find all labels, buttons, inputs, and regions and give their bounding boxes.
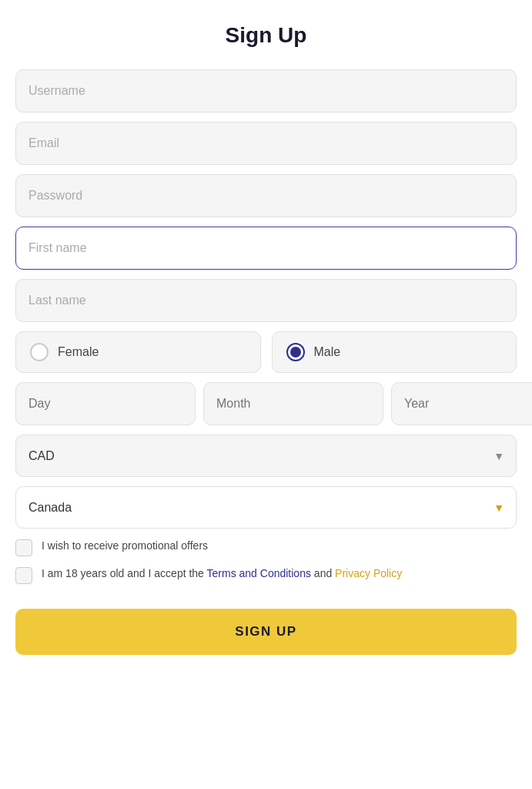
password-group [15, 174, 517, 217]
lastname-input[interactable] [15, 279, 517, 322]
female-radio [30, 343, 49, 361]
promo-checkbox[interactable] [15, 539, 32, 556]
terms-prefix: I am 18 years old and I accept the [42, 567, 207, 579]
month-input[interactable] [203, 382, 383, 425]
male-label: Male [314, 345, 341, 359]
page-container: Sign Up Female Male CAD USD EUR [0, 0, 532, 686]
currency-wrapper: CAD USD EUR GBP ▼ [15, 435, 517, 477]
gender-female-option[interactable]: Female [15, 331, 261, 373]
terms-link[interactable]: Terms and Conditions [207, 567, 311, 579]
username-input[interactable] [15, 69, 517, 112]
terms-checkbox[interactable] [15, 567, 32, 584]
terms-middle: and [311, 567, 335, 579]
terms-checkbox-group: I am 18 years old and I accept the Terms… [15, 566, 517, 584]
terms-label: I am 18 years old and I accept the Terms… [42, 566, 402, 582]
year-input[interactable] [391, 382, 532, 425]
male-radio [286, 343, 305, 361]
email-input[interactable] [15, 122, 517, 165]
dob-row [15, 382, 517, 425]
firstname-input[interactable] [15, 227, 517, 270]
username-group [15, 69, 517, 112]
signup-button[interactable]: SIGN UP [15, 609, 517, 655]
gender-male-option[interactable]: Male [272, 331, 517, 373]
page-title: Sign Up [15, 23, 517, 48]
day-input[interactable] [15, 382, 196, 425]
gender-row: Female Male [15, 331, 517, 373]
promo-checkbox-group: I wish to receive promotional offers [15, 538, 517, 556]
email-group [15, 122, 517, 165]
firstname-group [15, 227, 517, 270]
country-select[interactable]: Canada United States United Kingdom Aust… [15, 486, 517, 529]
female-label: Female [58, 345, 99, 359]
privacy-link[interactable]: Privacy Policy [335, 567, 402, 579]
country-wrapper: Canada United States United Kingdom Aust… [15, 486, 517, 529]
promo-label: I wish to receive promotional offers [42, 538, 208, 554]
lastname-group [15, 279, 517, 322]
currency-select[interactable]: CAD USD EUR GBP [15, 435, 517, 477]
password-input[interactable] [15, 174, 517, 217]
